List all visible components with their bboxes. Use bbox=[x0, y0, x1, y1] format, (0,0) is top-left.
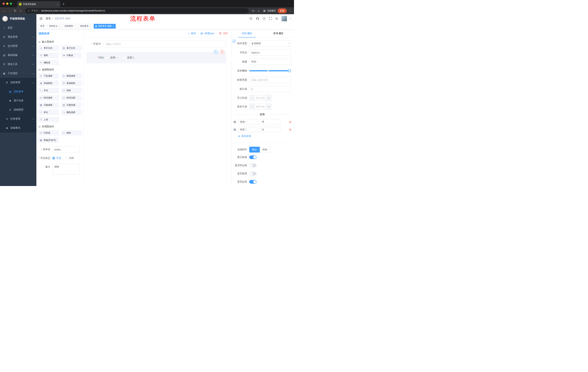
github-icon[interactable] bbox=[256, 17, 259, 20]
save-button[interactable]: ✓ 保存 bbox=[188, 32, 196, 35]
sidebar-item-workflow[interactable]: ▣ 工作流程 ▴ bbox=[0, 69, 36, 78]
border-toggle[interactable] bbox=[249, 164, 257, 167]
form-name-input[interactable] bbox=[52, 147, 80, 152]
checkbox-icon[interactable] bbox=[123, 56, 125, 59]
bookmark-star-icon[interactable]: ☆ bbox=[256, 9, 261, 12]
close-icon[interactable]: × bbox=[113, 25, 114, 28]
sidebar-item-infra[interactable]: ▤ 基础设施 ▾ bbox=[0, 51, 36, 60]
comp-time-picker[interactable]: ◷时间选择 bbox=[38, 95, 59, 100]
sidebar-item-process-form[interactable]: ▤ 流程表单 bbox=[0, 87, 36, 96]
password-key-icon[interactable] bbox=[251, 9, 256, 12]
min-select-value[interactable]: 至少应选 bbox=[254, 95, 266, 101]
comp-switch[interactable]: ◐开关 bbox=[38, 88, 59, 93]
comp-button[interactable]: ▱按钮 bbox=[61, 130, 82, 136]
component-type-select[interactable]: ▾ bbox=[249, 40, 291, 47]
browser-tab[interactable]: 芋道管理系统 × bbox=[17, 1, 60, 7]
radio-off[interactable]: 关闭 bbox=[65, 157, 74, 160]
new-tab-button[interactable]: + bbox=[63, 2, 64, 6]
phone-field-row[interactable]: *手机号 bbox=[86, 41, 226, 47]
gender-widget-selected[interactable]: *性别 选项一 选项二 bbox=[86, 52, 226, 63]
comp-slider[interactable]: ⊶滑块 bbox=[61, 88, 82, 93]
avatar[interactable] bbox=[282, 16, 287, 21]
browser-update-button[interactable]: 更新 bbox=[278, 8, 287, 13]
security-label[interactable]: 不安全 bbox=[31, 9, 38, 12]
minimize-window-button[interactable] bbox=[6, 2, 8, 5]
option-value-input[interactable] bbox=[260, 119, 280, 125]
add-option-button[interactable]: ⊕ 添加选项 bbox=[238, 135, 294, 138]
view-json-button[interactable]: 查看json bbox=[200, 32, 214, 35]
sidebar-item-home[interactable]: ⌂ 首页 bbox=[0, 23, 36, 32]
tag-process-definition[interactable]: 流程定义 × bbox=[47, 24, 62, 29]
sidebar-item-user-groups[interactable]: ☻ 用户分组 bbox=[0, 96, 36, 105]
comp-editor[interactable]: ✎编辑器 bbox=[38, 60, 59, 65]
tab-close-icon[interactable]: × bbox=[56, 3, 59, 6]
breadcrumb-home[interactable]: 首页 bbox=[46, 17, 51, 20]
sidebar-item-task-mgmt[interactable]: ⋔ 任务管理 ▾ bbox=[0, 114, 36, 123]
avatar-caret-icon[interactable]: ▾ bbox=[290, 18, 291, 20]
comp-date-picker[interactable]: ▦日期选择 bbox=[38, 102, 59, 108]
sidebar-item-process-model[interactable]: ➤ 流程模型 bbox=[0, 105, 36, 114]
remove-option-icon[interactable]: ⊖ bbox=[289, 128, 292, 131]
drag-handle-icon[interactable] bbox=[233, 128, 236, 131]
comp-radio-group[interactable]: ◉单选框组 bbox=[38, 80, 59, 86]
form-remark-textarea[interactable]: 嘿嘿 bbox=[52, 164, 80, 175]
form-grid-slider[interactable] bbox=[249, 68, 291, 74]
slider-track[interactable] bbox=[249, 70, 290, 71]
tag-process-form[interactable]: 流程表单 × bbox=[78, 24, 93, 29]
checkbox-option-2[interactable]: 选项二 bbox=[123, 56, 135, 59]
close-icon[interactable]: × bbox=[74, 25, 75, 28]
tag-process-model[interactable]: 流程模型 × bbox=[63, 24, 77, 29]
decrease-button[interactable]: − bbox=[249, 104, 254, 109]
comp-table[interactable]: ▩表格[开发中] bbox=[38, 138, 59, 143]
phone-input[interactable] bbox=[103, 41, 226, 47]
question-icon[interactable]: ? bbox=[262, 17, 266, 20]
comp-textarea[interactable]: ▤多行文本 bbox=[61, 45, 82, 51]
tag-process-form-edit[interactable]: 流程表单-编辑 × bbox=[94, 24, 116, 29]
address-bar[interactable]: ⚠ 不安全 dashboard.yudao.iocoder.cn/bpm/man… bbox=[25, 8, 249, 13]
copy-widget-button[interactable] bbox=[214, 50, 218, 54]
sidebar-item-system[interactable]: ⚙ 系统管理 ▾ bbox=[0, 32, 36, 42]
comp-input-text[interactable]: ▭单行文本 bbox=[38, 45, 59, 51]
label-width-input[interactable] bbox=[249, 77, 291, 83]
delete-widget-button[interactable] bbox=[220, 50, 224, 54]
checkbox-option-1[interactable]: 选项一 bbox=[106, 56, 118, 59]
font-size-icon[interactable]: TT bbox=[275, 17, 278, 20]
slider-handle[interactable] bbox=[288, 69, 291, 72]
forward-icon[interactable]: → bbox=[7, 9, 12, 12]
comp-date-range[interactable]: ▥日期范围 bbox=[61, 102, 82, 108]
option-label-input[interactable] bbox=[238, 119, 258, 125]
remove-option-icon[interactable]: ⊖ bbox=[289, 120, 292, 124]
close-icon[interactable]: × bbox=[59, 25, 60, 28]
required-toggle[interactable] bbox=[249, 180, 257, 184]
comp-checkbox-group[interactable]: ☑多选框组 bbox=[61, 80, 82, 86]
drag-handle-icon[interactable] bbox=[233, 120, 236, 124]
back-icon[interactable]: ← bbox=[2, 9, 7, 12]
comp-time-range[interactable]: ◶时间范围 bbox=[61, 95, 82, 100]
field-name-input[interactable] bbox=[249, 50, 291, 56]
sidebar-item-devtools[interactable]: ⚒ 研发工具 ▾ bbox=[0, 60, 36, 69]
show-label-toggle[interactable] bbox=[249, 155, 257, 159]
fullscreen-icon[interactable] bbox=[269, 17, 272, 20]
comp-cascader[interactable]: ⋔级联选择 bbox=[61, 73, 82, 79]
doc-link-button[interactable] bbox=[232, 39, 236, 43]
increase-button[interactable]: + bbox=[266, 104, 271, 109]
comp-upload[interactable]: ↥上传 bbox=[38, 117, 59, 122]
default-value-input[interactable] bbox=[249, 86, 291, 92]
comp-select[interactable]: ⊙下拉选择 bbox=[38, 73, 59, 79]
search-icon[interactable] bbox=[249, 17, 252, 20]
max-select-value[interactable]: 最多可选 bbox=[254, 104, 266, 109]
comp-rate[interactable]: ☆评分 bbox=[38, 110, 59, 115]
title-input[interactable] bbox=[249, 59, 291, 65]
style-button-button[interactable]: 按钮 bbox=[260, 147, 270, 152]
home-icon[interactable]: ⌂ bbox=[18, 9, 23, 12]
radio-on[interactable]: 开启 bbox=[52, 157, 61, 160]
zoom-window-button[interactable] bbox=[10, 2, 12, 5]
hamburger-icon[interactable] bbox=[39, 17, 43, 20]
comp-counter[interactable]: 123计数器 bbox=[61, 53, 82, 58]
sidebar-item-process-mgmt[interactable]: ≣ 流程管理 ▴ bbox=[0, 78, 36, 87]
style-default-button[interactable]: 默认 bbox=[249, 147, 260, 152]
comp-row-container[interactable]: ▢行容器 bbox=[38, 130, 59, 136]
clear-button[interactable]: 清空 bbox=[219, 32, 228, 35]
checkbox-icon[interactable] bbox=[106, 56, 108, 59]
close-icon[interactable]: × bbox=[90, 25, 91, 28]
